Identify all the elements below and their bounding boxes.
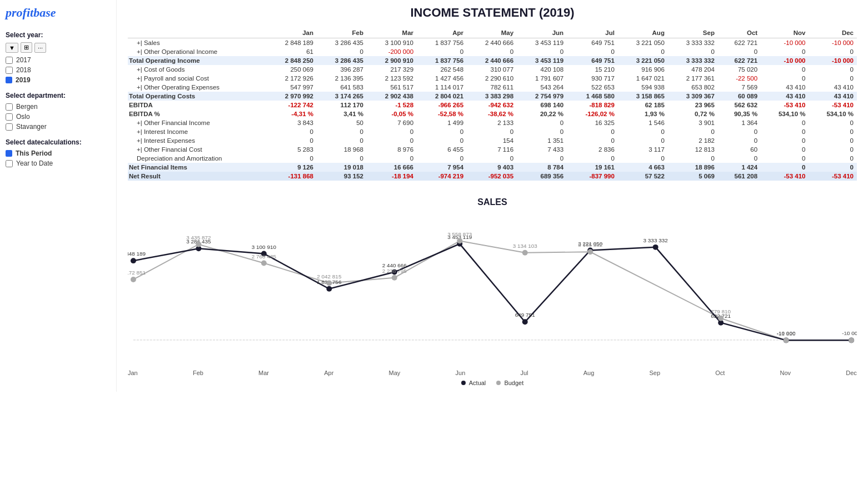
cell-11: -53 410 (809, 172, 857, 181)
svg-point-13 (522, 319, 528, 325)
cell-0: -131 868 (267, 172, 317, 181)
year-item-2018[interactable]: 2018 (6, 66, 111, 74)
cell-1: 3 286 435 (317, 56, 367, 65)
cell-11: 534,10 % (809, 109, 857, 118)
x-label-oct: Oct (715, 370, 725, 376)
cell-2: -200 000 (367, 47, 417, 56)
cell-2: 2 123 592 (367, 74, 417, 83)
row-label: Depreciation and Amortization (128, 154, 267, 163)
cell-4: -38,62 % (467, 109, 517, 118)
table-row: Net Financial Items9 12619 01816 6667 95… (128, 163, 857, 172)
cell-10: 43 410 (761, 83, 809, 92)
cell-0: 2 970 992 (267, 92, 317, 101)
datecalc-item-year-to-date[interactable]: Year to Date (6, 159, 111, 167)
cell-3: 1 114 017 (417, 83, 467, 92)
cell-1: 0 (317, 136, 367, 145)
x-label-feb: Feb (193, 370, 203, 376)
svg-point-1 (131, 258, 136, 263)
svg-text:-11 820: -11 820 (777, 331, 796, 337)
cell-3: 0 (417, 127, 467, 136)
income-table: JanFebMarAprMayJunJulAugSepOctNovDec +| … (128, 28, 857, 181)
year-item-2017[interactable]: 2017 (6, 56, 111, 64)
cell-1: 50 (317, 118, 367, 127)
datecalc-item-this-period[interactable]: This Period (6, 149, 111, 157)
cell-1: 18 968 (317, 145, 367, 154)
cell-4: 2 440 666 (467, 38, 517, 48)
cell-9: 561 208 (718, 172, 761, 181)
cell-10: 0 (761, 145, 809, 154)
col-header-0 (128, 28, 267, 38)
col-header-7: Jul (567, 28, 618, 38)
cell-9: 0 (718, 127, 761, 136)
row-label: +| Other Operational Income (128, 47, 267, 56)
cell-9: 60 089 (718, 92, 761, 101)
cell-7: 1,93 % (618, 109, 668, 118)
cell-0: -122 742 (267, 101, 317, 109)
budget-legend-item: Budget (496, 380, 523, 386)
cell-7: 3 158 865 (618, 92, 668, 101)
cell-7: 1 546 (618, 118, 668, 127)
chart-legend: Actual Budget (128, 380, 857, 386)
x-label-dec: Dec (846, 370, 857, 376)
cell-4: -952 035 (467, 172, 517, 181)
cell-6: 522 653 (567, 83, 618, 92)
svg-point-39 (587, 249, 593, 255)
main-content: INCOME STATEMENT (2019) JanFebMarAprMayJ… (117, 0, 868, 392)
cell-1: 3 174 265 (317, 92, 367, 101)
chart-title: SALES (128, 197, 857, 207)
actual-legend-item: Actual (461, 380, 486, 386)
cell-10: -53 410 (761, 172, 809, 181)
row-label: +| Other Operating Expenses (128, 83, 267, 92)
dept-item-stavanger[interactable]: Stavanger (6, 123, 111, 131)
cell-9: 562 632 (718, 101, 761, 109)
cell-4: 0 (467, 154, 517, 163)
table-icon-btn[interactable]: ⊞ (21, 42, 32, 53)
cell-6: 15 210 (567, 65, 618, 74)
cell-0: 2 848 189 (267, 38, 317, 48)
cell-1: 93 152 (317, 172, 367, 181)
cell-9: 1 364 (718, 118, 761, 127)
svg-point-27 (196, 242, 201, 247)
cell-1: 112 170 (317, 101, 367, 109)
sidebar: profitbase Select year: ▼ ⊞ ··· 20172018… (0, 0, 117, 392)
table-row: +| Other Operational Income610-200 00000… (128, 47, 857, 56)
dept-item-oslo[interactable]: Oslo (6, 113, 111, 121)
svg-text:-10 000: -10 000 (842, 330, 857, 336)
svg-text:2 042 815: 2 042 815 (317, 273, 342, 280)
cell-4: 2 133 (467, 118, 517, 127)
x-label-jun: Jun (456, 370, 466, 376)
table-row: Depreciation and Amortization00000000000… (128, 154, 857, 163)
cell-11: -10 000 (809, 56, 857, 65)
cell-10: 0 (761, 118, 809, 127)
cell-2: -18 194 (367, 172, 417, 181)
year-controls: ▼ ⊞ ··· (6, 42, 111, 53)
cell-0: 9 126 (267, 163, 317, 172)
cell-10: -53 410 (761, 101, 809, 109)
cell-8: 5 069 (668, 172, 718, 181)
year-item-2019[interactable]: 2019 (6, 76, 111, 84)
cell-5: 3 453 119 (517, 56, 567, 65)
select-datecalc-label: Select datecalculations: (6, 138, 111, 146)
cell-10: 0 (761, 136, 809, 145)
logo: profitbase (6, 6, 111, 20)
cell-8: 2 177 361 (668, 74, 718, 83)
more-icon-btn[interactable]: ··· (34, 43, 46, 53)
cell-0: 3 843 (267, 118, 317, 127)
col-header-9: Sep (668, 28, 718, 38)
cell-11: 0 (809, 74, 857, 83)
table-row: Net Result-131 86893 152-18 194-974 219-… (128, 172, 857, 181)
row-label: +| Other Financial Income (128, 118, 267, 127)
col-header-10: Oct (718, 28, 761, 38)
cell-5: 0 (517, 47, 567, 56)
col-header-6: Jun (517, 28, 567, 38)
row-label: +| Other Financial Cost (128, 145, 267, 154)
x-label-jul: Jul (520, 370, 528, 376)
cell-11: 0 (809, 145, 857, 154)
cell-3: 1 837 756 (417, 56, 467, 65)
filter-icon-btn[interactable]: ▼ (6, 43, 18, 53)
cell-5: 698 140 (517, 101, 567, 109)
cell-0: 2 848 250 (267, 56, 317, 65)
cell-2: 2 900 910 (367, 56, 417, 65)
dept-item-bergen[interactable]: Bergen (6, 103, 111, 111)
row-label: Net Financial Items (128, 163, 267, 172)
